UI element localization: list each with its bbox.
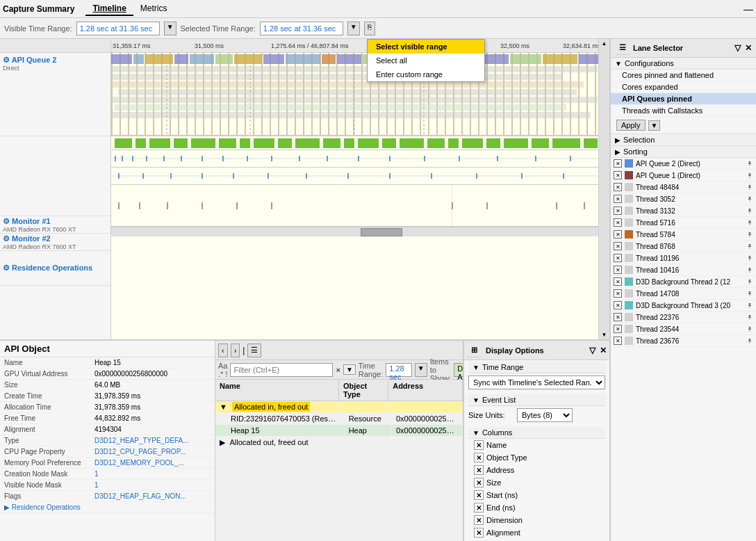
lane-pin-icon[interactable]: 🖈	[746, 160, 753, 168]
column-checkbox-row[interactable]: ✕ Address	[468, 464, 605, 476]
nav-prev-button[interactable]: ‹	[218, 344, 228, 357]
vertical-scrollbar[interactable]: ▲ ▼	[598, 39, 609, 339]
lane-checkbox[interactable]: ✕	[614, 337, 622, 345]
table-row[interactable]: RID:232916076470053 (Resource 1488) Reso…	[215, 413, 463, 425]
event-list-section-header[interactable]: ▼ Event List	[468, 394, 605, 406]
lane-checkbox[interactable]: ✕	[614, 218, 622, 227]
scrollbar-thumb[interactable]	[361, 228, 402, 236]
column-checkbox[interactable]: ✕	[474, 515, 484, 525]
lane-checkbox[interactable]: ✕	[614, 195, 622, 203]
lane-item[interactable]: ✕ Thread 14708 🖈	[611, 288, 756, 300]
lane-pin-icon[interactable]: 🖈	[746, 266, 753, 274]
config-item[interactable]: Threads with Callstacks	[611, 105, 756, 117]
lane-pin-icon[interactable]: 🖈	[746, 290, 753, 298]
lane-item[interactable]: ✕ Thread 48484 🖈	[611, 181, 756, 193]
lane-pin-icon[interactable]: 🖈	[746, 172, 753, 179]
dropdown-item-custom[interactable]: Enter custom range	[368, 67, 484, 81]
lane-item[interactable]: ✕ Thread 10196 🖈	[611, 252, 756, 264]
size-units-select[interactable]: Bytes (8)	[517, 408, 573, 422]
items-to-show-select[interactable]: D3D API Objects ▾	[454, 363, 463, 377]
lane-pin-icon[interactable]: 🖈	[746, 325, 753, 333]
scroll-up[interactable]: ▲	[600, 39, 609, 48]
time-range-section-header[interactable]: ▼ Time Range	[468, 362, 605, 373]
lane-checkbox[interactable]: ✕	[614, 230, 622, 239]
dropdown-item-select-visible[interactable]: Select visible range	[368, 40, 484, 54]
selected-range-dropdown[interactable]: ▼	[347, 22, 360, 35]
visible-time-input[interactable]: 1.28 sec at 31.36 sec	[76, 22, 160, 35]
config-item[interactable]: Cores expanded	[611, 81, 756, 93]
lane-checkbox[interactable]: ✕	[614, 254, 622, 262]
visible-range-dropdown[interactable]: ▼	[164, 22, 176, 35]
table-row[interactable]: ▼ Allocated in, freed out	[215, 401, 463, 413]
lane-checkbox[interactable]: ✕	[614, 242, 622, 250]
lane-selector-minimize[interactable]: ▽	[734, 43, 741, 53]
timeline-viewport[interactable]: 31,359.17 ms 31,500 ms 1,275.64 ms / 46,…	[111, 39, 609, 339]
lane-item[interactable]: ✕ Thread 3052 🖈	[611, 193, 756, 205]
timeline-scrollbar[interactable]	[111, 227, 609, 236]
lane-checkbox[interactable]: ✕	[614, 277, 622, 286]
config-item[interactable]: API Queues pinned	[611, 93, 756, 105]
config-item[interactable]: Cores pinned and flattened	[611, 70, 756, 81]
lane-item[interactable]: ✕ Thread 23544 🖈	[611, 323, 756, 335]
lane-item[interactable]: ✕ Thread 5784 🖈	[611, 229, 756, 241]
residence-ops-link[interactable]: ▶ Residence Operations	[0, 502, 215, 513]
lane-checkbox[interactable]: ✕	[614, 183, 622, 191]
lane-pin-icon[interactable]: 🖈	[746, 184, 753, 191]
lane-checkbox[interactable]: ✕	[614, 171, 622, 179]
column-checkbox-row[interactable]: ✕ Name	[468, 439, 605, 451]
lane-checkbox[interactable]: ✕	[614, 313, 622, 321]
nav-list-icon[interactable]: ☰	[247, 344, 261, 357]
column-checkbox-row[interactable]: ✕ End (ns)	[468, 501, 605, 514]
lane-selector-close[interactable]: ✕	[745, 43, 752, 53]
lane-pin-icon[interactable]: 🖈	[746, 207, 753, 215]
lane-item[interactable]: ✕ D3D Background Thread 3 (20 🖈	[611, 300, 756, 312]
copy-icon[interactable]: ⎘	[364, 22, 375, 35]
apply-button[interactable]: Apply	[616, 120, 646, 131]
column-checkbox-row[interactable]: ✕ Size	[468, 476, 605, 489]
nav-next-button[interactable]: ›	[231, 344, 240, 357]
lane-item[interactable]: ✕ Thread 10416 🖈	[611, 264, 756, 276]
lane-pin-icon[interactable]: 🖈	[746, 255, 753, 262]
lane-pin-icon[interactable]: 🖈	[746, 278, 753, 286]
selected-time-input[interactable]: 1.28 sec at 31.36 sec	[260, 22, 343, 35]
lane-pin-icon[interactable]: 🖈	[746, 314, 753, 321]
column-checkbox-row[interactable]: ✕ Dimension	[468, 514, 605, 526]
lane-item[interactable]: ✕ Thread 22376 🖈	[611, 312, 756, 323]
time-range-sync-select[interactable]: Sync with Timeline's Selected Ran...	[468, 376, 605, 389]
table-row[interactable]: ▶ Allocated out, freed out	[215, 437, 463, 449]
lane-item[interactable]: ✕ API Queue 2 (Direct) 🖈	[611, 158, 756, 170]
columns-section-header[interactable]: ▼ Columns	[468, 427, 605, 439]
tab-timeline[interactable]: Timeline	[85, 2, 133, 16]
column-checkbox[interactable]: ✕	[474, 478, 484, 487]
column-checkbox-row[interactable]: ✕ Alignment	[468, 526, 605, 539]
filter-input[interactable]	[230, 363, 333, 377]
lane-pin-icon[interactable]: 🖈	[746, 231, 753, 239]
dropdown-item-select-all[interactable]: Select all	[368, 54, 484, 67]
lane-item[interactable]: ✕ Thread 5716 🖈	[611, 217, 756, 229]
lane-item[interactable]: ✕ API Queue 1 (Direct) 🖈	[611, 170, 756, 181]
column-checkbox[interactable]: ✕	[474, 453, 484, 462]
filter-clear-icon[interactable]: ×	[336, 366, 340, 374]
lane-checkbox[interactable]: ✕	[614, 266, 622, 274]
column-checkbox[interactable]: ✕	[474, 528, 484, 538]
filter-dropdown[interactable]: ▼	[343, 364, 356, 375]
tab-metrics[interactable]: Metrics	[133, 2, 174, 16]
lane-pin-icon[interactable]: 🖈	[746, 302, 753, 309]
configurations-section[interactable]: ▼ Configurations	[611, 58, 756, 70]
scroll-down[interactable]: ▼	[600, 330, 609, 339]
lane-checkbox[interactable]: ✕	[614, 301, 622, 309]
lane-item[interactable]: ✕ D3D Background Thread 2 (12 🖈	[611, 276, 756, 288]
display-options-minimize[interactable]: ▽	[589, 346, 595, 355]
lane-pin-icon[interactable]: 🖈	[746, 337, 753, 345]
column-checkbox[interactable]: ✕	[474, 490, 484, 500]
table-row[interactable]: Heap 15 Heap 0x00000000256800...	[215, 425, 463, 437]
column-checkbox-row[interactable]: ✕ Object Type	[468, 451, 605, 464]
selection-section[interactable]: ▶ Selection	[611, 134, 756, 146]
lane-checkbox[interactable]: ✕	[614, 325, 622, 333]
lane-checkbox[interactable]: ✕	[614, 289, 622, 298]
lane-checkbox[interactable]: ✕	[614, 159, 622, 168]
display-options-close[interactable]: ✕	[600, 346, 607, 355]
lane-pin-icon[interactable]: 🖈	[746, 219, 753, 227]
lane-pin-icon[interactable]: 🖈	[746, 195, 753, 203]
apply-dropdown[interactable]: ▼	[648, 120, 661, 131]
